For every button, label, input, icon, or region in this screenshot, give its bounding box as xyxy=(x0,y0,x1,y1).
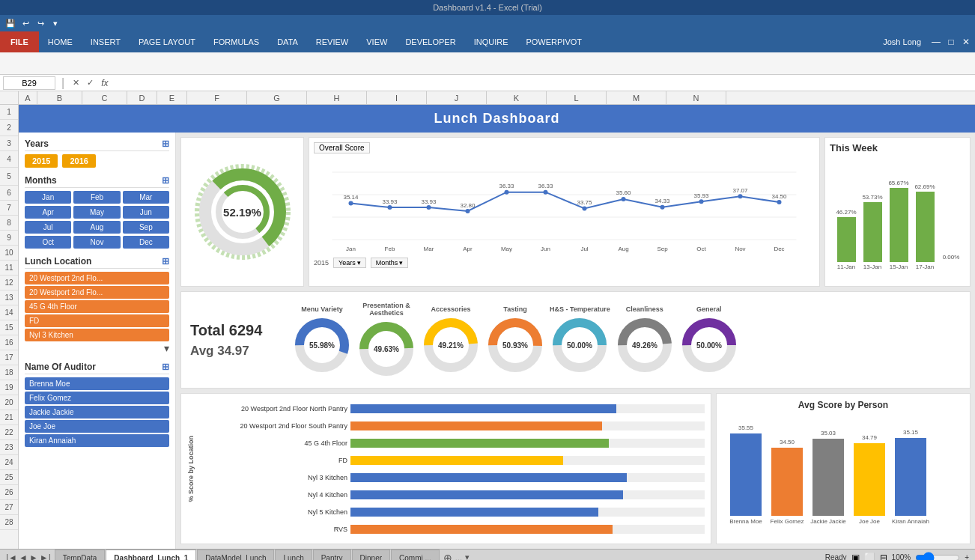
row-5[interactable]: 5 xyxy=(0,168,18,186)
tab-options-btn[interactable]: ... xyxy=(455,553,462,561)
year-2015-btn[interactable]: 2015 xyxy=(25,154,58,168)
month-jan[interactable]: Jan xyxy=(25,191,71,204)
month-aug[interactable]: Aug xyxy=(73,221,120,234)
row-26[interactable]: 26 xyxy=(0,485,18,500)
row-16[interactable]: 16 xyxy=(0,335,18,350)
month-sep[interactable]: Sep xyxy=(123,221,169,234)
formula-input[interactable] xyxy=(114,79,973,88)
months-dropdown[interactable]: Months▾ xyxy=(371,258,409,268)
tab-tempdata[interactable]: TempData xyxy=(55,550,106,560)
tab-inquire[interactable]: INQUIRE xyxy=(465,31,517,52)
col-L[interactable]: L xyxy=(547,91,607,104)
auditor-filter-icon[interactable]: ⊞ xyxy=(162,362,169,372)
month-mar[interactable]: Mar xyxy=(123,191,169,204)
zoom-slider[interactable] xyxy=(915,552,960,561)
redo-icon[interactable]: ↪ xyxy=(34,17,46,29)
tab-insert[interactable]: INSERT xyxy=(82,31,130,52)
location-item[interactable]: FD xyxy=(25,314,169,327)
row-25[interactable]: 25 xyxy=(0,470,18,485)
year-2016-btn[interactable]: 2016 xyxy=(62,154,95,168)
row-14[interactable]: 14 xyxy=(0,305,18,320)
save-icon[interactable]: 💾 xyxy=(4,17,16,29)
months-filter-icon[interactable]: ⊞ xyxy=(162,175,169,186)
row-8[interactable]: 8 xyxy=(0,216,18,231)
month-dec[interactable]: Dec xyxy=(123,236,169,249)
location-list[interactable]: 20 Westport 2nd Flo... 20 Westport 2nd F… xyxy=(25,272,169,341)
auditor-kiran[interactable]: Kiran Annaiah xyxy=(25,434,169,447)
tab-view[interactable]: VIEW xyxy=(357,31,396,52)
location-item[interactable]: 20 Westport 2nd Flo... xyxy=(25,272,169,284)
row-19[interactable]: 19 xyxy=(0,380,18,395)
row-7[interactable]: 7 xyxy=(0,201,18,216)
row-15[interactable]: 15 xyxy=(0,320,18,335)
maximize-btn[interactable]: □ xyxy=(945,36,957,48)
tab-home[interactable]: HOME xyxy=(39,31,82,52)
row-28[interactable]: 28 xyxy=(0,515,18,530)
fx-btn[interactable]: fx xyxy=(99,78,110,88)
month-feb[interactable]: Feb xyxy=(73,191,120,204)
tab-developer[interactable]: DEVELOPER xyxy=(396,31,464,52)
col-B[interactable]: B xyxy=(37,91,82,104)
row-22[interactable]: 22 xyxy=(0,425,18,440)
month-nov[interactable]: Nov xyxy=(73,236,120,249)
tab-dashboard-lunch[interactable]: Dashboard_Lunch_1 xyxy=(106,550,196,560)
confirm-btn[interactable]: ✓ xyxy=(85,78,96,88)
row-11[interactable]: 11 xyxy=(0,261,18,276)
col-K[interactable]: K xyxy=(487,91,547,104)
col-C[interactable]: C xyxy=(82,91,127,104)
tab-data[interactable]: DATA xyxy=(268,31,307,52)
month-oct[interactable]: Oct xyxy=(25,236,71,249)
row-3[interactable]: 3 xyxy=(0,136,18,151)
years-dropdown[interactable]: Years▾ xyxy=(333,258,366,268)
page-break-btn[interactable]: ⊟ xyxy=(880,553,887,561)
auditor-felix[interactable]: Felix Gomez xyxy=(25,392,169,404)
location-filter-icon[interactable]: ⊞ xyxy=(162,256,169,267)
location-item[interactable]: Nyl 3 Kitchen xyxy=(25,329,169,341)
col-D[interactable]: D xyxy=(127,91,157,104)
tab-prev-btn[interactable]: ◄ xyxy=(19,553,28,561)
location-item[interactable]: 45 G 4th Floor xyxy=(25,300,169,313)
row-12[interactable]: 12 xyxy=(0,276,18,290)
row-10[interactable]: 10 xyxy=(0,246,18,261)
row-6[interactable]: 6 xyxy=(0,186,18,201)
tab-datamodel[interactable]: DataModel_Lunch xyxy=(197,550,274,560)
row-21[interactable]: 21 xyxy=(0,410,18,425)
undo-icon[interactable]: ↩ xyxy=(19,17,31,29)
col-H[interactable]: H xyxy=(307,91,367,104)
tab-commi[interactable]: Commi ... xyxy=(391,550,440,560)
tab-lunch[interactable]: Lunch xyxy=(275,550,312,560)
tab-review[interactable]: REVIEW xyxy=(307,31,357,52)
row-9[interactable]: 9 xyxy=(0,231,18,246)
normal-view-btn[interactable]: ▣ xyxy=(851,553,860,561)
col-A[interactable]: A xyxy=(19,91,37,104)
tab-more-btn[interactable]: ▾ xyxy=(465,553,470,560)
page-layout-btn[interactable]: ⬜ xyxy=(864,553,875,561)
file-tab[interactable]: FILE xyxy=(0,31,39,52)
add-sheet-btn[interactable]: ⊕ xyxy=(443,552,452,561)
row-4[interactable]: 4 xyxy=(0,151,18,168)
col-M[interactable]: M xyxy=(607,91,666,104)
row-24[interactable]: 24 xyxy=(0,455,18,470)
row-23[interactable]: 23 xyxy=(0,440,18,455)
row-2[interactable]: 2 xyxy=(0,120,18,136)
row-27[interactable]: 27 xyxy=(0,500,18,515)
location-scroll-arrow[interactable]: ▾ xyxy=(25,342,169,354)
row-20[interactable]: 20 xyxy=(0,395,18,410)
month-jul[interactable]: Jul xyxy=(25,221,71,234)
close-btn[interactable]: ✕ xyxy=(960,36,972,48)
row-13[interactable]: 13 xyxy=(0,290,18,305)
cell-reference[interactable]: B29 xyxy=(3,76,55,90)
location-item[interactable]: 20 Westport 2nd Flo... xyxy=(25,286,169,299)
tab-first-btn[interactable]: |◄ xyxy=(6,553,17,561)
cancel-btn[interactable]: ✕ xyxy=(70,78,82,88)
tab-dinner[interactable]: Dinner xyxy=(352,550,390,560)
auditor-joe[interactable]: Joe Joe xyxy=(25,420,169,433)
col-I[interactable]: I xyxy=(367,91,427,104)
tab-pagelayout[interactable]: PAGE LAYOUT xyxy=(130,31,204,52)
row-17[interactable]: 17 xyxy=(0,350,18,365)
minimize-btn[interactable]: — xyxy=(930,36,942,48)
years-filter-icon[interactable]: ⊞ xyxy=(162,139,169,149)
customize-icon[interactable]: ▾ xyxy=(49,17,61,29)
month-may[interactable]: May xyxy=(73,206,120,219)
col-F[interactable]: F xyxy=(187,91,247,104)
